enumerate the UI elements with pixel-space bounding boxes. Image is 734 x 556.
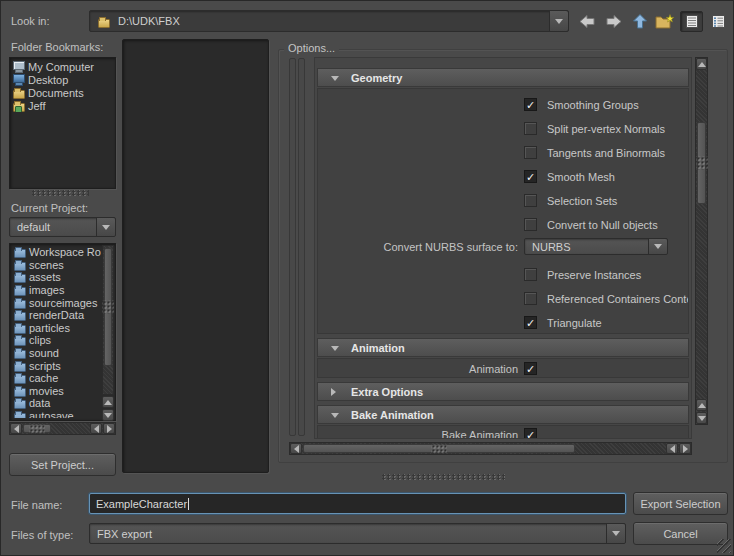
referenced-containers-checkbox[interactable] bbox=[524, 292, 537, 305]
folder-icon bbox=[14, 274, 26, 283]
list-view-button[interactable] bbox=[680, 11, 703, 32]
bookmark-item[interactable]: My Computer bbox=[11, 60, 115, 73]
scroll-left-button[interactable] bbox=[290, 443, 302, 454]
folder-icon bbox=[14, 287, 26, 296]
options-vertical-scrollbar[interactable] bbox=[695, 57, 708, 425]
scrollbar-thumb[interactable] bbox=[697, 122, 706, 204]
scrollbar-thumb[interactable] bbox=[303, 444, 575, 453]
checkbox-label: Selection Sets bbox=[547, 193, 617, 209]
current-project-combobox[interactable]: default bbox=[9, 217, 116, 237]
project-folder-item[interactable]: Workspace Ro bbox=[12, 246, 101, 259]
smoothing-groups-checkbox[interactable]: ✓ bbox=[524, 98, 537, 111]
scroll-down-button[interactable] bbox=[102, 409, 114, 421]
project-folder-item[interactable]: renderData bbox=[12, 309, 101, 322]
project-folder-item[interactable]: cache bbox=[12, 372, 101, 385]
up-directory-button[interactable] bbox=[628, 11, 651, 32]
forward-button[interactable] bbox=[602, 11, 625, 32]
triangle-left-icon bbox=[14, 425, 19, 433]
back-button[interactable] bbox=[575, 11, 598, 32]
animation-checkbox-label: Animation bbox=[318, 361, 518, 377]
scroll-up-button[interactable] bbox=[696, 58, 707, 70]
set-project-button[interactable]: Set Project... bbox=[9, 453, 116, 476]
nurbs-dropdown-arrow[interactable] bbox=[648, 239, 667, 254]
selection-sets-checkbox[interactable] bbox=[524, 194, 537, 207]
bookmark-label: Documents bbox=[28, 87, 84, 99]
folder-label: scenes bbox=[29, 259, 64, 271]
triangle-left-icon bbox=[670, 445, 675, 453]
extra-options-section-header[interactable]: Extra Options bbox=[317, 382, 689, 401]
preserve-instances-checkbox[interactable] bbox=[524, 268, 537, 281]
project-folder-item[interactable]: sourceimages bbox=[12, 296, 101, 309]
animation-section-header[interactable]: Animation bbox=[317, 338, 689, 357]
animation-checkbox[interactable]: ✓ bbox=[524, 362, 537, 375]
scroll-left-button[interactable] bbox=[10, 423, 22, 434]
triangle-right-icon bbox=[107, 425, 112, 433]
checkbox-label: Preserve Instances bbox=[547, 267, 641, 283]
convert-nurbs-combobox[interactable]: NURBS bbox=[524, 238, 668, 255]
triangulate-checkbox[interactable]: ✓ bbox=[524, 316, 537, 329]
project-folder-item[interactable]: scenes bbox=[12, 259, 101, 272]
option-row: ✓Triangulate bbox=[318, 315, 688, 331]
project-list-vertical-scrollbar[interactable] bbox=[102, 245, 114, 395]
geometry-section-header[interactable]: Geometry bbox=[317, 68, 689, 87]
window-resize-grip[interactable] bbox=[717, 539, 731, 553]
cancel-button[interactable]: Cancel bbox=[633, 522, 728, 545]
convert-to-null-checkbox[interactable] bbox=[524, 218, 537, 231]
project-folder-list[interactable]: Workspace Ro scenes assets images source… bbox=[9, 243, 116, 421]
scroll-down-button[interactable] bbox=[696, 412, 707, 424]
bookmark-item[interactable]: Documents bbox=[11, 86, 115, 99]
folder-bookmarks-list[interactable]: My Computer Desktop Documents Jeff bbox=[9, 57, 116, 189]
look-in-dropdown-arrow[interactable] bbox=[549, 11, 568, 31]
bake-animation-section-content: Bake Animation ✓ bbox=[317, 425, 689, 439]
scroll-up-button[interactable] bbox=[102, 396, 114, 408]
option-row: Preserve Instances bbox=[318, 267, 688, 283]
project-folder-item[interactable]: images bbox=[12, 284, 101, 297]
scrollbar-thumb[interactable] bbox=[104, 248, 112, 366]
project-folder-item[interactable]: clips bbox=[12, 334, 101, 347]
export-selection-button[interactable]: Export Selection bbox=[633, 492, 728, 515]
scroll-right-button[interactable] bbox=[103, 423, 115, 434]
file-name-input[interactable]: ExampleCharacter bbox=[89, 493, 626, 514]
details-view-button[interactable] bbox=[707, 11, 730, 32]
tangents-binormals-checkbox[interactable] bbox=[524, 146, 537, 159]
project-folder-item[interactable]: assets bbox=[12, 271, 101, 284]
collapse-triangle-icon bbox=[331, 76, 339, 81]
scroll-left-button[interactable] bbox=[666, 443, 678, 454]
current-path: D:\UDK\FBX bbox=[118, 11, 180, 31]
scroll-right-button[interactable] bbox=[679, 443, 691, 454]
bookmark-item[interactable]: Jeff bbox=[11, 99, 115, 112]
chevron-down-icon bbox=[612, 531, 620, 536]
bookmark-item[interactable]: Desktop bbox=[11, 73, 115, 86]
project-dropdown-arrow[interactable] bbox=[96, 218, 115, 236]
section-title: Bake Animation bbox=[351, 406, 434, 423]
file-list-panel[interactable] bbox=[122, 39, 269, 473]
folder-label: sound bbox=[29, 347, 59, 359]
filetype-dropdown-arrow[interactable] bbox=[606, 524, 625, 543]
scroll-left-button[interactable] bbox=[90, 423, 102, 434]
triangle-left-icon bbox=[294, 445, 299, 453]
back-arrow-icon bbox=[579, 15, 595, 28]
convert-nurbs-row: Convert NURBS surface to: NURBS bbox=[318, 237, 688, 257]
scrollbar-thumb[interactable] bbox=[23, 424, 51, 433]
project-folder-item[interactable]: sound bbox=[12, 347, 101, 360]
panel-splitter-handle[interactable] bbox=[31, 190, 89, 196]
files-of-type-combobox[interactable]: FBX export bbox=[89, 523, 626, 544]
project-folder-item[interactable]: movies bbox=[12, 385, 101, 398]
new-folder-button[interactable] bbox=[653, 11, 676, 32]
bookmark-label: Jeff bbox=[28, 100, 46, 112]
options-horizontal-scrollbar[interactable] bbox=[289, 442, 692, 455]
scroll-up-button[interactable] bbox=[696, 399, 707, 411]
split-per-vertex-normals-checkbox[interactable] bbox=[524, 122, 537, 135]
project-folder-item[interactable]: autosave bbox=[12, 410, 101, 418]
options-splitter-handle[interactable] bbox=[381, 474, 505, 480]
project-list-horizontal-scrollbar[interactable] bbox=[9, 422, 116, 435]
folder-icon bbox=[14, 300, 26, 309]
bake-animation-checkbox[interactable]: ✓ bbox=[524, 428, 537, 439]
project-folder-item[interactable]: scripts bbox=[12, 359, 101, 372]
bake-animation-section-header[interactable]: Bake Animation bbox=[317, 405, 689, 424]
project-folder-item[interactable]: data bbox=[12, 397, 101, 410]
smooth-mesh-checkbox[interactable]: ✓ bbox=[524, 170, 537, 183]
project-folder-item[interactable]: particles bbox=[12, 322, 101, 335]
look-in-combobox[interactable]: D:\UDK\FBX bbox=[89, 10, 569, 32]
options-title[interactable]: Options... bbox=[284, 42, 339, 54]
